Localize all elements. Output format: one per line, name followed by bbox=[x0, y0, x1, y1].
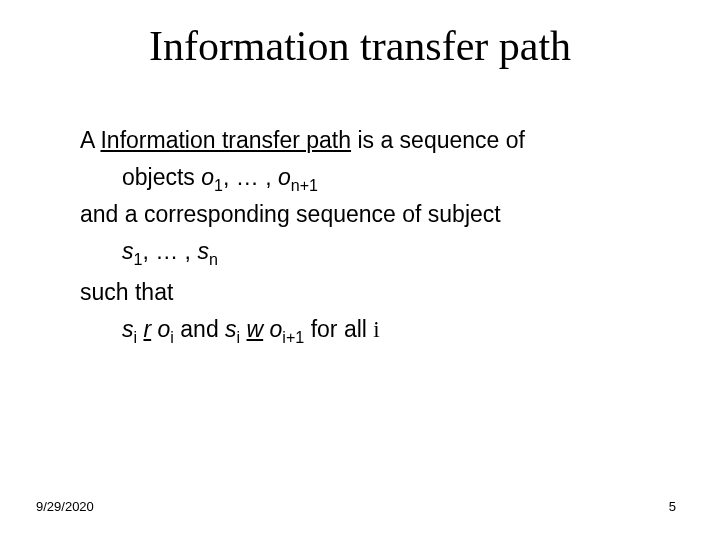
var-o: o bbox=[201, 164, 214, 190]
var-i: i bbox=[373, 317, 379, 342]
footer-date: 9/29/2020 bbox=[36, 499, 94, 514]
object-sequence-line: objects o1, … , on+1 bbox=[80, 162, 660, 193]
sub: n+1 bbox=[291, 176, 318, 194]
rel-r: r bbox=[143, 316, 151, 342]
var-o: o bbox=[158, 316, 171, 342]
var-o: o bbox=[270, 316, 283, 342]
subject-intro-line: and a corresponding sequence of subject bbox=[80, 199, 660, 230]
condition-line: si r oi and si w oi+1 for all i bbox=[80, 314, 660, 345]
slide-body: A Information transfer path is a sequenc… bbox=[80, 125, 660, 351]
text: and bbox=[174, 316, 225, 342]
text: A bbox=[80, 127, 100, 153]
text: for all bbox=[304, 316, 373, 342]
such-that-line: such that bbox=[80, 277, 660, 308]
defined-term: Information transfer path bbox=[100, 127, 351, 153]
slide-title: Information transfer path bbox=[0, 22, 720, 70]
text: , … , bbox=[223, 164, 278, 190]
sub: 1 bbox=[214, 176, 223, 194]
definition-line-1: A Information transfer path is a sequenc… bbox=[80, 125, 660, 156]
subject-sequence-line: s1, … , sn bbox=[80, 236, 660, 267]
text: , … , bbox=[142, 238, 197, 264]
sub: i+1 bbox=[282, 328, 304, 346]
var-s: s bbox=[225, 316, 237, 342]
rel-w: w bbox=[247, 316, 264, 342]
var-s: s bbox=[122, 316, 134, 342]
footer-page-number: 5 bbox=[669, 499, 676, 514]
text: is a sequence of bbox=[351, 127, 525, 153]
text: objects bbox=[122, 164, 201, 190]
var-o: o bbox=[278, 164, 291, 190]
var-s: s bbox=[197, 238, 209, 264]
sub: n bbox=[209, 250, 218, 268]
var-s: s bbox=[122, 238, 134, 264]
slide: Information transfer path A Information … bbox=[0, 0, 720, 540]
